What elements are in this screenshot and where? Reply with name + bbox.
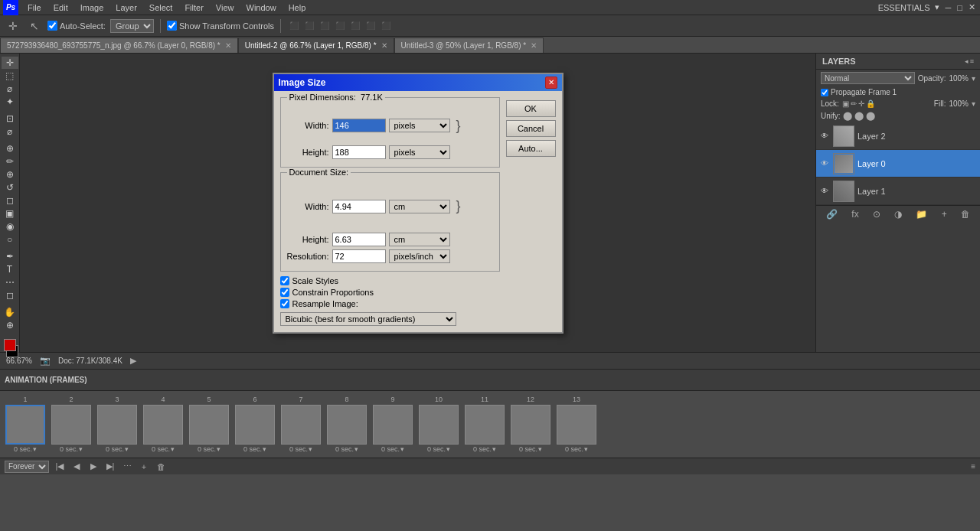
menu-image[interactable]: Image (74, 0, 110, 15)
frame-thumb-11[interactable] (511, 405, 550, 445)
unify-icon-1[interactable]: ⬤ (843, 111, 852, 121)
propagate-checkbox[interactable] (821, 89, 828, 96)
path-tool[interactable]: ⋯ (2, 276, 18, 288)
show-transform-checkbox[interactable] (167, 21, 177, 31)
ok-button[interactable]: OK (506, 100, 556, 117)
tab-0[interactable]: 572793936480_693755775_n.jpg @ 66.7% (La… (0, 37, 238, 53)
frame-item-7[interactable]: 8 0 sec.▾ (325, 396, 369, 453)
doc-height-input[interactable] (332, 233, 386, 246)
frame-item-4[interactable]: 5 0 sec.▾ (187, 396, 231, 453)
dodge-tool[interactable]: ○ (2, 233, 18, 246)
next-frame-btn[interactable]: ▶| (104, 461, 116, 473)
minimize-btn[interactable]: ─ (944, 3, 953, 12)
layer-0-eye-icon[interactable]: 👁 (819, 131, 830, 142)
menu-help[interactable]: Help (283, 0, 312, 15)
align-right-icon[interactable]: ⬛ (364, 19, 377, 33)
close-btn[interactable]: ✕ (967, 2, 977, 12)
auto-select-label[interactable]: Auto-Select: (47, 21, 106, 31)
auto-button[interactable]: Auto... (506, 140, 556, 157)
resolution-unit[interactable]: pixels/inch pixels/cm (389, 249, 450, 263)
align-hcenter-icon[interactable]: ⬛ (348, 19, 362, 33)
hand-tool[interactable]: ✋ (2, 306, 18, 318)
unify-icon-3[interactable]: ⬤ (866, 111, 875, 121)
new-frame-btn[interactable]: + (138, 461, 150, 473)
tween-btn[interactable]: ⋯ (121, 461, 133, 473)
move-tool[interactable]: ✛ (2, 57, 18, 69)
shape-tool[interactable]: ◻ (2, 289, 18, 301)
resample-method-select[interactable]: Bicubic (best for smooth gradients) (280, 312, 456, 326)
align-bottom-icon[interactable]: ⬛ (318, 19, 332, 33)
frame-thumb-1[interactable] (51, 405, 91, 445)
first-frame-btn[interactable]: |◀ (54, 461, 66, 473)
dialog-close-button[interactable]: ✕ (545, 77, 557, 89)
canvas-area[interactable]: Image Size ✕ Pixel Dimensions: 77.1K (20, 54, 815, 352)
menu-view[interactable]: View (210, 0, 240, 15)
blend-mode-select[interactable]: Normal (821, 72, 915, 84)
menu-file[interactable]: File (21, 0, 47, 15)
resolution-input[interactable] (332, 249, 386, 263)
frame-item-12[interactable]: 13 0 sec.▾ (554, 396, 599, 453)
frame-item-10[interactable]: 11 0 sec.▾ (462, 396, 507, 453)
frame-item-2[interactable]: 3 0 sec.▾ (95, 396, 139, 453)
constrain-checkbox[interactable] (280, 288, 289, 297)
frame-thumb-8[interactable] (373, 405, 413, 445)
tab-2[interactable]: Untitled-3 @ 50% (Layer 1, RGB/8) * ✕ (394, 37, 544, 53)
frame-item-0[interactable]: 1 0 sec.▾ (3, 396, 47, 453)
frame-thumb-4[interactable] (189, 405, 229, 445)
pen-tool[interactable]: ✒ (2, 250, 18, 262)
status-nav-icon[interactable]: ▶ (130, 356, 136, 366)
blur-tool[interactable]: ◉ (2, 220, 18, 233)
magic-wand-tool[interactable]: ✦ (2, 96, 18, 108)
delete-layer-btn[interactable]: 🗑 (961, 209, 970, 220)
frame-thumb-5[interactable] (235, 405, 275, 445)
frame-item-5[interactable]: 6 0 sec.▾ (233, 396, 277, 453)
cancel-button[interactable]: Cancel (506, 120, 556, 137)
layer-item-0[interactable]: 👁 Layer 2 (816, 122, 980, 150)
auto-select-checkbox[interactable] (47, 21, 57, 31)
unify-icon-2[interactable]: ⬤ (854, 111, 864, 121)
pixel-width-unit[interactable]: pixels percent (389, 119, 450, 132)
frame-thumb-7[interactable] (327, 405, 367, 445)
tab-1-close[interactable]: ✕ (381, 41, 387, 50)
frame-thumb-2[interactable] (97, 405, 137, 445)
menu-filter[interactable]: Filter (178, 0, 209, 15)
resample-checkbox[interactable] (280, 299, 289, 308)
layer-mask-btn[interactable]: ⊙ (873, 209, 880, 220)
type-tool[interactable]: T (2, 263, 18, 275)
menu-edit[interactable]: Edit (47, 0, 74, 15)
restore-btn[interactable]: □ (956, 3, 964, 12)
pixel-height-unit[interactable]: pixels percent (389, 145, 450, 159)
frame-item-3[interactable]: 4 0 sec.▾ (141, 396, 185, 453)
pixel-height-input[interactable] (332, 145, 386, 159)
frame-thumb-10[interactable] (465, 405, 505, 445)
lock-all-icon[interactable]: 🔒 (866, 99, 875, 108)
layer-group-btn[interactable]: 📁 (916, 209, 927, 220)
adjustment-layer-btn[interactable]: ◑ (894, 209, 902, 220)
tab-1[interactable]: Untitled-2 @ 66.7% (Layer 1, RGB/8) * ✕ (238, 37, 394, 53)
prev-frame-btn[interactable]: ◀ (70, 461, 83, 473)
pixel-width-input[interactable] (332, 119, 386, 132)
loop-select[interactable]: Forever Once 3 Times (5, 461, 49, 473)
menu-window[interactable]: Window (240, 0, 283, 15)
doc-width-input[interactable] (332, 200, 386, 213)
frame-item-1[interactable]: 2 0 sec.▾ (49, 396, 93, 453)
history-tool[interactable]: ↺ (2, 181, 18, 194)
delete-frame-btn[interactable]: 🗑 (155, 461, 167, 473)
frame-thumb-6[interactable] (281, 405, 321, 445)
doc-width-unit[interactable]: cm inches mm (389, 200, 450, 213)
essentials-dropdown[interactable]: ▾ (933, 2, 941, 12)
tab-2-close[interactable]: ✕ (531, 41, 537, 50)
layer-1-eye-icon[interactable]: 👁 (819, 158, 830, 169)
align-top-icon[interactable]: ⬛ (287, 19, 301, 33)
convert-btn[interactable]: ≡ (971, 462, 975, 471)
frame-thumb-9[interactable] (419, 405, 459, 445)
eyedropper-tool[interactable]: ⌀ (2, 125, 18, 138)
crop-tool[interactable]: ⊡ (2, 112, 18, 125)
select-tool[interactable]: ⬚ (2, 70, 18, 82)
auto-select-type[interactable]: Group (110, 19, 154, 33)
show-transform-label[interactable]: Show Transform Controls (167, 21, 274, 31)
frame-item-11[interactable]: 12 0 sec.▾ (508, 396, 553, 453)
layers-panel-menu[interactable]: ≡ (970, 57, 974, 65)
frame-item-6[interactable]: 7 0 sec.▾ (279, 396, 323, 453)
fill-arrow[interactable]: ▾ (972, 99, 975, 108)
